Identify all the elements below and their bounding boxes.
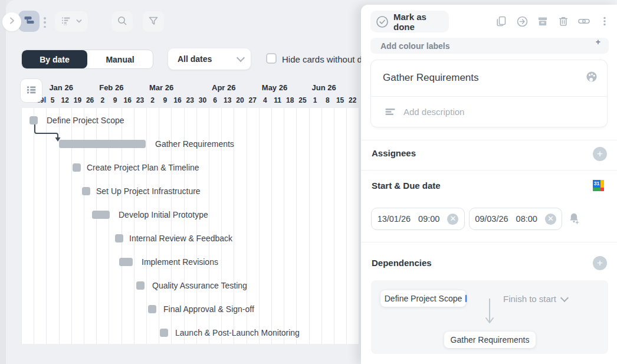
section-divider — [361, 140, 617, 140]
toggle-manual[interactable]: Manual — [87, 50, 153, 68]
dependency-arrow — [21, 108, 92, 149]
gantt-task-label[interactable]: Final Approval & Sign-off — [163, 305, 254, 314]
add-label-plus-icon[interactable]: + — [596, 37, 600, 47]
gantt-task-label[interactable]: Internal Review & Feedback — [129, 234, 232, 244]
gantt-bar[interactable] — [160, 329, 168, 337]
timeline-week-tick: 16 — [121, 96, 134, 104]
card-action-icons — [495, 15, 611, 28]
circle-check-icon — [376, 15, 389, 28]
delete-icon[interactable] — [557, 15, 570, 28]
timeline-header: Jan 26Feb 26Mar 26Apr 26May 26Jun 26 295… — [21, 81, 356, 109]
dependency-graph: Define Project Scope Finish to start Gat… — [371, 280, 608, 354]
gantt-task-label[interactable]: Implement Revisions — [142, 258, 218, 267]
due-time-value: 08:00 — [516, 214, 537, 224]
hide-cards-checkbox[interactable] — [266, 53, 277, 64]
app-window: By date Manual All dates Hide cards with… — [0, 0, 617, 364]
timeline-week-tick: 8 — [321, 96, 334, 104]
group-by-dropdown[interactable] — [55, 11, 88, 32]
card-list-button[interactable] — [20, 78, 42, 103]
gantt-task-label[interactable]: Set Up Project Infrastructure — [96, 187, 201, 196]
filter-button[interactable] — [143, 11, 164, 32]
gridline — [334, 108, 334, 344]
timeline-month-label: Apr 26 — [212, 83, 235, 92]
start-due-heading: Start & Due date — [372, 181, 441, 191]
timeline-week-tick: 9 — [159, 96, 172, 104]
timeline-month-label: Jun 26 — [312, 83, 336, 92]
clear-start-date-icon[interactable]: ✕ — [447, 214, 458, 225]
search-button[interactable] — [111, 11, 133, 32]
card-title[interactable]: Gather Requirements — [383, 72, 479, 84]
gantt-bar[interactable] — [148, 305, 156, 313]
gantt-bar[interactable] — [82, 187, 90, 195]
due-date-value: 09/03/26 — [475, 214, 508, 224]
gantt-bar[interactable] — [136, 281, 145, 290]
date-mode-toggle: By date Manual — [21, 50, 153, 69]
gridline — [346, 108, 347, 344]
archive-icon[interactable] — [536, 15, 549, 28]
move-icon[interactable] — [516, 15, 529, 28]
dependencies-heading: Dependencies — [372, 258, 432, 268]
timeline-week-tick: 9 — [109, 96, 122, 104]
align-left-icon — [385, 106, 396, 117]
gridline — [309, 108, 310, 344]
start-time-value: 09:00 — [418, 214, 439, 224]
timeline-view-button[interactable] — [18, 11, 40, 32]
gantt-task-label[interactable]: Create Project Plan & Timeline — [87, 163, 199, 173]
timeline-month-label: Jan 26 — [49, 83, 73, 92]
more-icon[interactable] — [598, 15, 611, 28]
copy-icon[interactable] — [495, 15, 508, 28]
gantt-task-label[interactable]: Develop Initial Prototype — [119, 211, 208, 220]
assignees-heading: Assignees — [372, 148, 416, 158]
dependency-type-value: Finish to start — [503, 294, 556, 304]
today-marker — [44, 97, 46, 103]
add-colour-labels-row[interactable]: Add colour labels + — [370, 38, 609, 54]
dependency-from-chip[interactable]: Define Project Scope — [380, 290, 466, 307]
hide-cards-label: Hide cards without da — [282, 54, 367, 64]
gantt-task-label[interactable]: Quality Assurance Testing — [152, 281, 247, 291]
toggle-by-date[interactable]: By date — [22, 50, 87, 68]
timeline-month-label: May 26 — [262, 83, 287, 92]
gridline — [321, 108, 322, 344]
reminder-bell-icon[interactable] — [567, 212, 580, 227]
chevron-down-icon — [560, 293, 569, 301]
link-icon[interactable] — [577, 15, 590, 28]
gantt-task-label[interactable]: Launch & Post-Launch Monitoring — [175, 329, 300, 338]
gridline — [296, 108, 297, 344]
gantt-bar[interactable] — [73, 163, 81, 172]
due-date-pill[interactable]: 09/03/26 08:00 ✕ — [469, 208, 562, 230]
timeline-week-tick: 20 — [234, 96, 247, 104]
timeline-view-icon — [23, 14, 35, 28]
add-description-row[interactable]: Add description — [371, 96, 607, 127]
gantt-bar[interactable] — [115, 234, 123, 242]
gridline — [359, 108, 359, 344]
start-date-pill[interactable]: 13/01/26 09:00 ✕ — [371, 208, 465, 230]
timeline-week-tick: 23 — [183, 96, 196, 104]
gantt-bar[interactable] — [119, 258, 133, 266]
gridline — [259, 108, 260, 344]
section-divider — [361, 242, 617, 242]
gantt-bar[interactable] — [92, 211, 110, 219]
dependency-to-chip[interactable]: Gather Requirements — [444, 332, 536, 348]
section-divider — [361, 170, 617, 170]
google-calendar-icon[interactable]: 31 — [593, 180, 604, 191]
clear-due-date-icon[interactable]: ✕ — [545, 214, 556, 225]
add-dependency-plus-icon[interactable]: + — [593, 256, 607, 270]
expand-sidebar-button[interactable] — [2, 12, 21, 31]
timeline-week-tick: 12 — [58, 96, 71, 104]
dependency-type-dropdown[interactable]: Finish to start — [503, 294, 567, 304]
timeline-week-tick: 23 — [133, 96, 146, 104]
add-assignee-plus-icon[interactable]: + — [593, 147, 607, 161]
collapsed-sidebar-rail — [0, 0, 6, 364]
date-range-select[interactable]: All dates — [168, 48, 251, 70]
chevron-down-icon — [237, 54, 245, 62]
timeline-week-tick: 13 — [221, 96, 234, 104]
timeline-week-tick: 25 — [296, 96, 309, 104]
timeline-week-tick: 4 — [258, 96, 271, 104]
mark-as-done-label: Mark as done — [393, 12, 449, 32]
mark-as-done-button[interactable]: Mark as done — [370, 11, 449, 32]
gantt-task-label[interactable]: Gather Requirements — [155, 140, 234, 149]
palette-icon[interactable] — [585, 70, 598, 86]
timeline-week-tick: 27 — [246, 96, 259, 104]
gantt-chart: Define Project ScopeGather RequirementsC… — [21, 108, 359, 344]
dependency-connector — [462, 294, 498, 330]
